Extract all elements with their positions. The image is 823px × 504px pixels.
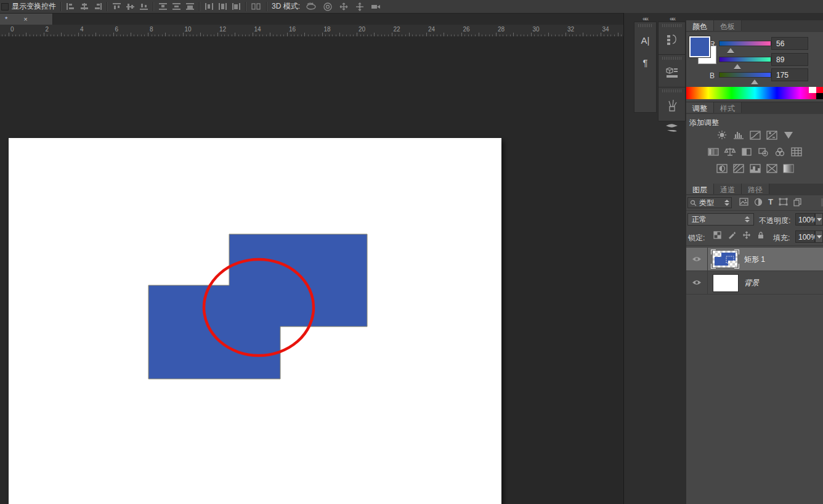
properties-panel-icon[interactable] [659,63,685,82]
tab-layers[interactable]: 图层 [686,184,714,194]
layer-filter-type-dropdown[interactable]: 类型 [687,197,732,208]
color-lookup-icon[interactable] [790,147,803,157]
fill-dropdown-arrow[interactable] [815,230,823,243]
close-tab-icon[interactable]: × [23,16,27,22]
panel-grip[interactable] [662,24,681,27]
dropdown-updown-icon [745,216,750,222]
opacity-value-field[interactable]: 100% [795,213,815,226]
background-layer-thumbnail[interactable] [711,273,739,292]
tab-channels[interactable]: 通道 [714,184,742,194]
adjustment-layer-filter-icon[interactable] [754,198,763,206]
hue-saturation-icon[interactable] [707,147,720,157]
history-panel-icon[interactable] [659,31,685,49]
layer-name[interactable]: 背景 [744,278,759,288]
ruler-label: 32 [567,26,574,33]
blue-value-field[interactable]: 175 [771,68,808,81]
brush-panel-icon[interactable] [659,96,685,115]
lock-position-icon[interactable] [742,231,751,239]
white-swatch[interactable] [809,87,816,93]
color-balance-icon[interactable] [724,147,736,157]
threshold-icon[interactable] [749,163,761,174]
distribute-horizontal-centers-icon[interactable] [218,2,227,10]
document-canvas[interactable] [9,138,501,504]
tab-styles[interactable]: 样式 [714,102,742,113]
align-bottom-edges-icon[interactable] [139,2,148,10]
black-white-icon[interactable] [740,147,753,157]
photo-filter-icon[interactable] [757,147,769,157]
ruler-label: 8 [150,26,153,33]
selective-color-icon[interactable] [782,163,795,174]
align-left-edges-icon[interactable] [66,2,75,10]
pixel-layer-filter-icon[interactable] [739,198,748,206]
horizontal-ruler[interactable]: 0246810121416182022242628303234 [0,25,623,37]
distribute-bottom-edges-icon[interactable] [185,2,195,10]
brush-presets-panel-icon[interactable] [659,118,685,137]
brightness-contrast-icon[interactable] [716,130,728,140]
posterize-icon[interactable] [732,163,745,174]
foreground-color-swatch[interactable] [689,36,710,57]
align-top-edges-icon[interactable] [112,2,121,10]
canvas-workspace[interactable] [0,36,623,504]
lock-transparency-icon[interactable] [713,231,721,239]
invert-icon[interactable] [716,163,728,174]
auto-align-layers-icon[interactable] [251,2,262,10]
layer-name[interactable]: 矩形 1 [744,254,765,265]
ruler-label: 20 [359,26,365,33]
type-layer-filter-icon[interactable]: T [768,197,773,206]
layer-row-background[interactable]: 背景 [686,271,823,295]
adjustments-panel-body: 添加调整 [686,114,823,184]
levels-icon[interactable] [732,130,745,140]
paragraph-panel-icon[interactable]: ¶ [634,53,656,71]
visibility-toggle[interactable] [686,271,708,294]
red-slider-thumb[interactable] [727,48,734,53]
blue-slider-thumb[interactable] [751,79,758,84]
panel-grip[interactable] [662,57,681,60]
red-value-field[interactable]: 56 [771,37,808,50]
gradient-map-icon[interactable] [766,163,778,174]
visibility-toggle[interactable] [686,248,708,270]
shape-layer-thumbnail[interactable] [711,250,739,269]
distribute-vertical-centers-icon[interactable] [172,2,181,10]
distribute-top-edges-icon[interactable] [158,2,168,10]
green-value-field[interactable]: 89 [771,53,808,66]
channel-mixer-icon[interactable] [774,147,786,157]
fill-label: 填充: [773,233,790,243]
align-right-edges-icon[interactable] [93,2,102,10]
green-slider-track[interactable] [719,57,771,62]
align-horizontal-centers-icon[interactable] [79,2,89,10]
lock-pixels-icon[interactable] [728,231,736,239]
curves-icon[interactable] [749,130,761,140]
layer-row-rectangle-1[interactable]: 矩形 1 [686,248,823,271]
document-tab[interactable]: * × [0,14,53,25]
shape-layer-filter-icon[interactable] [779,198,788,206]
3d-camera-icon[interactable] [370,2,383,11]
tab-paths[interactable]: 路径 [742,184,769,194]
opacity-dropdown-arrow[interactable] [815,213,823,226]
distribute-left-edges-icon[interactable] [205,2,214,10]
panel-grip[interactable] [662,89,681,92]
smart-object-filter-icon[interactable] [793,198,802,206]
tab-adjustments[interactable]: 调整 [686,102,714,113]
green-slider-thumb[interactable] [734,64,741,69]
show-transform-controls-checkbox[interactable] [1,3,9,10]
red-slider-track[interactable] [719,41,771,46]
3d-slide-icon[interactable] [354,2,365,11]
black-swatch[interactable] [816,93,823,99]
3d-drag-icon[interactable] [338,2,349,11]
canvas-artwork [9,138,501,504]
3d-rotate-icon[interactable] [305,2,317,11]
exposure-icon[interactable] [766,130,778,140]
tab-color[interactable]: 颜色 [686,20,714,31]
blend-mode-dropdown[interactable]: 正常 [687,213,754,226]
3d-roll-icon[interactable] [322,2,333,11]
lock-all-icon[interactable] [757,231,764,239]
distribute-right-edges-icon[interactable] [232,2,241,10]
character-panel-icon[interactable]: A| [634,31,656,49]
color-spectrum-ramp[interactable] [686,87,823,99]
blue-slider-track[interactable] [719,72,771,78]
fill-value-field[interactable]: 100% [795,230,815,243]
align-vertical-centers-icon[interactable] [126,2,135,10]
vibrance-icon[interactable] [782,130,795,140]
panel-grip[interactable] [638,24,652,27]
tab-swatches[interactable]: 色板 [714,20,742,31]
